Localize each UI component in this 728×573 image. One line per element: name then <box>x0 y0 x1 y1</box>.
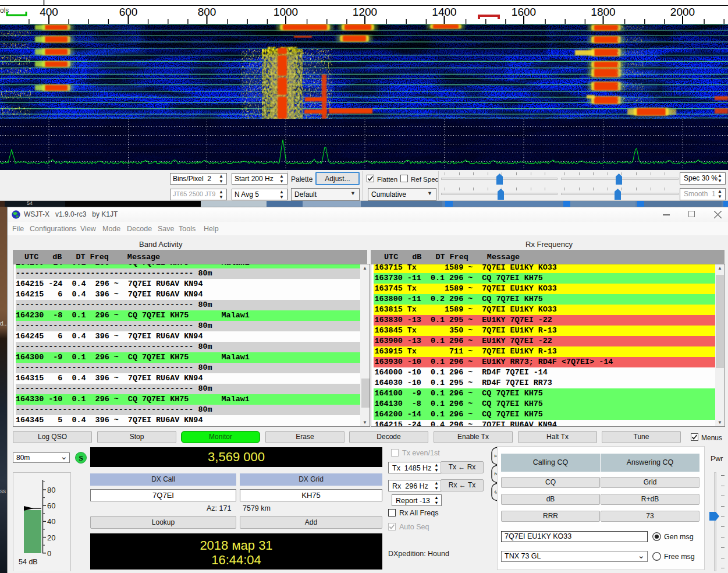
svg-text:40: 40 <box>47 517 55 526</box>
svg-text:60: 60 <box>47 501 55 510</box>
svg-text:20: 20 <box>47 533 55 542</box>
svg-text:0: 0 <box>47 549 51 558</box>
svg-text:54 dB: 54 dB <box>19 558 38 566</box>
svg-text:80: 80 <box>47 486 55 494</box>
